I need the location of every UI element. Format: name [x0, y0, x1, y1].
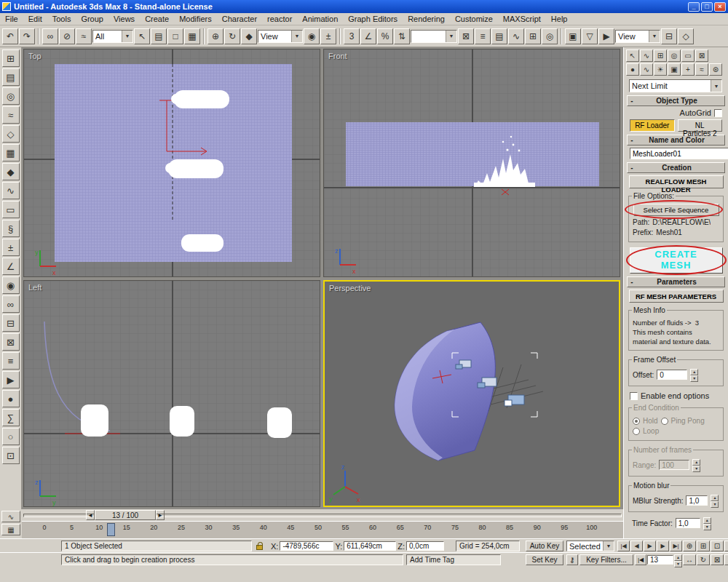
create-animation-icon[interactable]: ●: [2, 390, 20, 407]
spinner-down-icon[interactable]: ▾: [703, 524, 711, 530]
selection-lock-icon[interactable]: [256, 545, 263, 550]
motion-tab-icon[interactable]: ◎: [668, 49, 681, 62]
rollout-parameters[interactable]: - Parameters: [627, 276, 725, 287]
spinner-up-icon[interactable]: ▴: [703, 517, 711, 524]
zoom-icon[interactable]: ⊕: [683, 541, 696, 551]
viewport-top[interactable]: Top: [23, 49, 320, 277]
menu-group[interactable]: Group: [76, 13, 108, 25]
realflow-mesh-loader-button[interactable]: REALFLOW MESH LOADER: [629, 175, 724, 188]
field-of-view-icon[interactable]: ∠: [724, 554, 728, 565]
zoom-extents-icon[interactable]: ⊡: [711, 541, 724, 551]
enable-end-options-checkbox[interactable]: [630, 392, 638, 400]
menu-file[interactable]: File: [0, 13, 23, 25]
rf-mesh-parameters-button[interactable]: RF MESH PARAMETERS: [629, 290, 724, 303]
menu-maxscript[interactable]: MAXScript: [498, 13, 546, 25]
pan-view-icon[interactable]: ↔: [683, 554, 696, 565]
current-frame-field[interactable]: 13: [647, 555, 673, 565]
select-and-link-icon[interactable]: ∞: [42, 28, 58, 44]
cameras-category-icon[interactable]: ▣: [668, 63, 681, 76]
hold-radio[interactable]: [633, 418, 640, 425]
spinner-up-icon[interactable]: ▴: [690, 369, 698, 375]
create-cloth-collection-icon[interactable]: ▤: [2, 68, 20, 86]
create-spring-icon[interactable]: §: [2, 220, 20, 237]
menu-create[interactable]: Create: [140, 13, 174, 25]
loop-radio[interactable]: [633, 428, 640, 435]
views-dropdown[interactable]: View ▼: [615, 30, 660, 43]
schematic-view-icon[interactable]: ⊞: [525, 28, 541, 44]
quick-render-icon[interactable]: ▶: [598, 28, 614, 44]
range-field[interactable]: 100: [659, 460, 689, 470]
spinner-up-icon[interactable]: ▴: [674, 554, 682, 561]
select-file-sequence-button[interactable]: Select File Sequence: [633, 204, 719, 216]
menu-rendering[interactable]: Rendering: [403, 13, 450, 25]
space-warps-category-icon[interactable]: ≈: [695, 63, 708, 76]
spinner-snap-toggle-icon[interactable]: ⇅: [394, 28, 410, 44]
display-tab-icon[interactable]: ▭: [681, 49, 695, 62]
percent-snap-toggle-icon[interactable]: %: [377, 28, 393, 44]
helpers-category-icon[interactable]: +: [681, 63, 695, 76]
rollout-object-type[interactable]: - Object Type: [627, 95, 725, 106]
time-slider-button[interactable]: 13 / 100: [95, 510, 156, 520]
select-and-rotate-icon[interactable]: ↻: [224, 28, 240, 44]
zoom-all-icon[interactable]: ⊞: [697, 541, 710, 551]
menu-edit[interactable]: Edit: [23, 13, 47, 25]
create-mesh-button[interactable]: CREATE MESH: [630, 247, 723, 274]
lights-category-icon[interactable]: ☀: [654, 63, 667, 76]
spinner-down-icon[interactable]: ▾: [690, 375, 698, 382]
time-factor-field[interactable]: 1,0: [676, 518, 700, 528]
menu-graph-editors[interactable]: Graph Editors: [343, 13, 403, 25]
menu-reactor[interactable]: reactor: [262, 13, 297, 25]
restore-button[interactable]: □: [701, 2, 713, 12]
spinner-down-icon[interactable]: ▾: [692, 466, 700, 472]
window-crossing-toggle-icon[interactable]: ▦: [184, 28, 200, 44]
align-icon[interactable]: ≡: [475, 28, 491, 44]
track-bar[interactable]: 0510152025303540455055606570758085909510…: [22, 521, 623, 538]
open-property-editor-icon[interactable]: ○: [2, 428, 20, 445]
select-and-manipulate-icon[interactable]: ±: [320, 28, 336, 44]
spinner-up-icon[interactable]: ▴: [692, 459, 700, 466]
go-to-end-button[interactable]: ▶|: [670, 541, 682, 551]
undo-icon[interactable]: ↶: [2, 28, 18, 44]
apply-rope-modifier-icon[interactable]: ∿: [2, 182, 20, 199]
key-mode-toggle-button[interactable]: |◀: [635, 554, 646, 565]
arc-rotate-icon[interactable]: ↻: [697, 554, 710, 565]
rollout-name-and-color[interactable]: - Name and Color: [627, 135, 725, 146]
zoom-region-icon[interactable]: ⊟: [724, 541, 728, 551]
viewport-perspective[interactable]: Perspective: [323, 280, 620, 507]
mblur-strength-field[interactable]: 1,0: [686, 495, 708, 506]
create-fracture-icon[interactable]: ⊠: [2, 333, 20, 351]
render-type-icon[interactable]: ▽: [582, 28, 598, 44]
analyze-world-icon[interactable]: ∑: [2, 409, 20, 426]
play-animation-button[interactable]: ▶: [644, 541, 656, 551]
create-wind-icon[interactable]: ∞: [2, 295, 20, 313]
add-time-tag-field[interactable]: Add Time Tag: [406, 554, 501, 565]
spinner-down-icon[interactable]: ▾: [674, 561, 682, 567]
layer-manager-icon[interactable]: ▤: [491, 28, 507, 44]
menu-customize[interactable]: Customize: [450, 13, 498, 25]
close-button[interactable]: ×: [714, 2, 726, 12]
create-linear-dashpot-icon[interactable]: ±: [2, 239, 20, 256]
select-object-icon[interactable]: ↖: [134, 28, 150, 44]
set-key-icon[interactable]: ⚷: [566, 554, 578, 565]
create-angular-dashpot-icon[interactable]: ∠: [2, 258, 20, 275]
rollout-creation[interactable]: - Creation: [627, 162, 725, 173]
mirror-icon[interactable]: ⊠: [458, 28, 474, 44]
open-mini-curve-editor-icon[interactable]: ∿: [1, 511, 20, 522]
spinner-down-icon[interactable]: ▾: [711, 501, 719, 508]
create-soft-body-collection-icon[interactable]: ◎: [2, 87, 20, 105]
minimize-button[interactable]: _: [688, 2, 700, 12]
viewport-left[interactable]: Left z y: [23, 280, 320, 507]
x-coordinate-field[interactable]: -4789,566c: [280, 541, 333, 551]
curve-editor-icon[interactable]: ∿: [508, 28, 524, 44]
keyboard-shortcut-override-icon[interactable]: ▦: [1, 524, 20, 535]
viewport-config-icon[interactable]: ⊟: [661, 28, 677, 44]
plugin-dropdown[interactable]: Next Limit ▼: [629, 79, 722, 92]
go-to-start-button[interactable]: |◀: [617, 541, 630, 551]
offset-field[interactable]: 0: [657, 370, 687, 380]
reference-coordinate-system-dropdown[interactable]: View ▼: [258, 30, 303, 43]
apply-soft-body-modifier-icon[interactable]: ◆: [2, 163, 20, 180]
time-slider-prev-icon[interactable]: ◄: [86, 510, 95, 520]
viewport-front[interactable]: Front: [323, 49, 620, 277]
previous-frame-button[interactable]: ◀: [630, 541, 643, 551]
modify-tab-icon[interactable]: ∿: [640, 49, 653, 62]
